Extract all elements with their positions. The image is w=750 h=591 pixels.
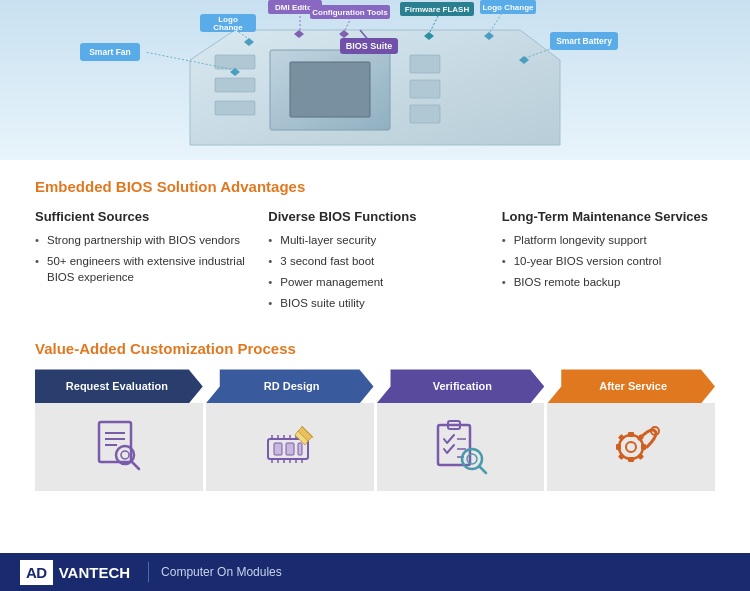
svg-rect-80	[616, 444, 621, 450]
svg-rect-82	[618, 434, 625, 441]
svg-line-47	[131, 461, 139, 469]
svg-point-48	[121, 451, 129, 459]
svg-rect-79	[628, 457, 634, 462]
list-item: Platform longevity support	[502, 232, 715, 248]
embedded-bios-section: Embedded BIOS Solution Advantages Suffic…	[0, 160, 750, 330]
step3-body	[377, 403, 545, 491]
svg-rect-6	[410, 105, 440, 123]
step3-label: Verification	[415, 380, 506, 392]
list-item: BIOS suite utility	[268, 295, 481, 311]
step2-label: RD Design	[246, 380, 334, 392]
wrench-gear-icon	[601, 417, 661, 477]
svg-rect-52	[298, 443, 302, 455]
feature-col-sources: Sufficient Sources Strong partnership wi…	[35, 209, 268, 316]
step1-body	[35, 403, 203, 491]
svg-point-77	[626, 442, 636, 452]
svg-text:DMI Editor: DMI Editor	[275, 3, 315, 12]
svg-text:BIOS Suite: BIOS Suite	[346, 41, 393, 51]
bios-chip-icon	[260, 417, 320, 477]
step4-body	[547, 403, 715, 491]
step-request-evaluation: Request Evaluation	[35, 369, 203, 491]
step-rd-design: RD Design	[206, 369, 374, 491]
list-item: 10-year BIOS version control	[502, 253, 715, 269]
sources-heading: Sufficient Sources	[35, 209, 248, 224]
svg-text:Configuration Tools: Configuration Tools	[312, 8, 388, 17]
list-item: Power management	[268, 274, 481, 290]
svg-line-74	[479, 466, 486, 473]
step-after-service: After Service	[547, 369, 715, 491]
step1-label: Request Evaluation	[56, 380, 182, 392]
list-item: BIOS remote backup	[502, 274, 715, 290]
list-item: 3 second fast boot	[268, 253, 481, 269]
svg-rect-5	[410, 80, 440, 98]
list-item: 50+ engineers with extensive industrial …	[35, 253, 248, 285]
svg-text:Change: Change	[213, 23, 243, 32]
process-steps: Request Evaluation RD Design	[35, 369, 715, 491]
svg-rect-84	[618, 453, 625, 460]
svg-point-75	[467, 454, 477, 464]
features-row: Sufficient Sources Strong partnership wi…	[35, 209, 715, 316]
svg-text:Smart Battery: Smart Battery	[556, 36, 612, 46]
step4-header: After Service	[547, 369, 715, 403]
maintenance-list: Platform longevity support 10-year BIOS …	[502, 232, 715, 290]
functions-list: Multi-layer security 3 second fast boot …	[268, 232, 481, 311]
svg-text:Smart Fan: Smart Fan	[89, 47, 131, 57]
diagram-section: Smart Fan Logo Change DMI Editor Configu…	[0, 0, 750, 160]
logo-right: VANTECH	[53, 560, 136, 585]
list-item: Strong partnership with BIOS vendors	[35, 232, 248, 248]
maintenance-heading: Long-Term Maintenance Services	[502, 209, 715, 224]
search-doc-icon	[89, 417, 149, 477]
footer-logo: AD VANTECH	[20, 560, 136, 585]
sources-list: Strong partnership with BIOS vendors 50+…	[35, 232, 248, 285]
footer: AD VANTECH Computer On Modules	[0, 553, 750, 591]
svg-rect-50	[274, 443, 282, 455]
checklist-search-icon	[430, 417, 490, 477]
value-section-title: Value-Added Customization Process	[35, 340, 715, 357]
step2-body	[206, 403, 374, 491]
step2-header: RD Design	[206, 369, 374, 403]
list-item: Multi-layer security	[268, 232, 481, 248]
step1-header: Request Evaluation	[35, 369, 203, 403]
svg-rect-7	[215, 55, 255, 69]
step4-label: After Service	[581, 380, 681, 392]
svg-rect-3	[290, 62, 370, 117]
svg-rect-8	[215, 78, 255, 92]
svg-rect-78	[628, 432, 634, 437]
step3-header: Verification	[377, 369, 545, 403]
svg-rect-51	[286, 443, 294, 455]
step-verification: Verification	[377, 369, 545, 491]
footer-divider	[148, 562, 149, 582]
value-added-section: Value-Added Customization Process Reques…	[0, 330, 750, 505]
svg-rect-9	[215, 101, 255, 115]
functions-heading: Diverse BIOS Functions	[268, 209, 481, 224]
feature-col-functions: Diverse BIOS Functions Multi-layer secur…	[268, 209, 501, 316]
feature-col-maintenance: Long-Term Maintenance Services Platform …	[502, 209, 715, 316]
svg-rect-81	[641, 444, 646, 450]
footer-subtitle: Computer On Modules	[161, 565, 282, 579]
svg-text:Firmware FLASH: Firmware FLASH	[405, 5, 470, 14]
logo-left: AD	[20, 560, 53, 585]
svg-text:Logo Change: Logo Change	[482, 3, 534, 12]
embedded-section-title: Embedded BIOS Solution Advantages	[35, 178, 715, 195]
svg-rect-85	[637, 453, 644, 460]
svg-rect-4	[410, 55, 440, 73]
